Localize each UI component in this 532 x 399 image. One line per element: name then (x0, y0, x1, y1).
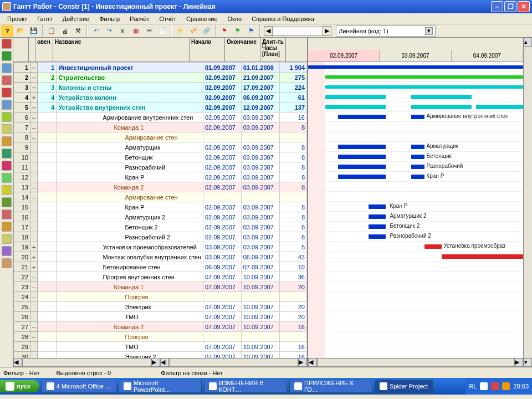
table-row[interactable]: 24–Прогрев (14, 292, 307, 302)
hdr-duration[interactable]: Длит-ть Часы [План] (260, 38, 286, 62)
sidebar-tool-7[interactable] (2, 124, 12, 134)
language-indicator[interactable]: RL (469, 383, 477, 390)
hdr-expander[interactable] (29, 38, 35, 62)
start-button[interactable]: пуск (0, 380, 39, 392)
gantt-row[interactable]: Бетонщик (308, 152, 523, 162)
gantt-bar[interactable] (308, 65, 523, 69)
hdr-start[interactable]: Начало (190, 38, 225, 62)
gantt-bar[interactable] (476, 105, 523, 109)
timeline-day[interactable]: 03.09.2007 (380, 50, 451, 62)
taskbar-app-button[interactable]: Spider Project (375, 380, 433, 393)
menu-Окно[interactable]: Окно (223, 14, 247, 23)
undo-icon[interactable]: ↶ (90, 25, 102, 37)
menu-Справка и Поддержка[interactable]: Справка и Поддержка (247, 14, 319, 23)
table-row[interactable]: 18Разнорабочий 202.09.200703.09.20078 (14, 232, 307, 242)
gantt-row[interactable] (308, 62, 523, 72)
gantt-row[interactable]: Разнорабочий 2 (308, 232, 523, 242)
gantt-bar[interactable] (338, 155, 385, 159)
gantt-row[interactable] (308, 262, 523, 272)
table-row[interactable]: 19+ Установка проемообразователей03.09.2… (14, 242, 307, 252)
sidebar-tool-12[interactable] (2, 185, 12, 195)
menu-Расчёт[interactable]: Расчёт (125, 14, 154, 23)
gantt-bar[interactable] (411, 105, 472, 109)
sidebar-tool-15[interactable] (2, 222, 12, 232)
gantt-bar[interactable] (325, 95, 386, 99)
copy-icon[interactable]: 📋 (45, 25, 58, 37)
table-row[interactable]: 23–Команда 107.09.200710.09.200720 (14, 282, 307, 292)
gantt-bar[interactable] (338, 175, 385, 179)
sidebar-tool-18[interactable] (2, 258, 12, 268)
gantt-bar[interactable] (369, 224, 386, 229)
table-row[interactable]: 25Электрик07.09.200710.09.200720 (14, 302, 307, 312)
tray-icon[interactable] (491, 382, 499, 390)
timeline-scroll[interactable]: ◀▶ (264, 26, 331, 36)
flag-red-icon[interactable]: ⚑ (218, 25, 231, 37)
gantt-bar[interactable] (325, 75, 523, 79)
table-row[interactable]: 28–Прогрев (14, 332, 307, 342)
taskbar-app-button[interactable]: ИЗМЕНЕНИЯ В КОНТ… (204, 380, 287, 393)
gantt-row[interactable] (308, 122, 523, 132)
gantt-row[interactable] (308, 311, 523, 321)
sidebar-tool-11[interactable] (2, 173, 12, 183)
link-icon[interactable]: 🔗 (201, 25, 213, 37)
table-row[interactable]: 21+Бетонирование стен06.09.200707.09.200… (14, 262, 307, 272)
open-icon[interactable]: 📂 (14, 25, 27, 37)
gantt-row[interactable] (308, 92, 523, 102)
table-row[interactable]: 29ТМО07.09.200710.09.200716 (14, 342, 307, 352)
excel-icon[interactable]: X (116, 25, 129, 37)
table-row[interactable]: 12Кран Р02.09.200703.09.20078 (14, 172, 307, 182)
vertical-scrollbar[interactable]: ▴▾ (523, 38, 532, 367)
menu-Действие[interactable]: Действие (58, 14, 94, 23)
table-row[interactable]: 13–Команда 202.09.200703.09.20078 (14, 182, 307, 192)
table-row[interactable]: 7–Команда 102.09.200703.09.20078 (14, 122, 307, 132)
sidebar-tool-8[interactable] (2, 136, 12, 146)
delete-row-icon[interactable]: ▦ (130, 25, 142, 37)
gantt-bar[interactable] (411, 95, 472, 99)
taskbar-app-button[interactable]: 4 Microsoft Office … (42, 380, 116, 393)
taskbar-app-button[interactable]: Microsoft PowerPoint… (119, 380, 202, 393)
gantt-row[interactable] (308, 182, 523, 192)
paste-icon[interactable]: 📄 (156, 25, 168, 37)
hdr-level[interactable]: овен (35, 38, 53, 62)
gantt-body[interactable]: Армирование внутреннних стенАрматурщикБе… (308, 62, 523, 358)
gantt-bar[interactable] (338, 165, 385, 169)
gantt-row[interactable]: Кран Р (308, 202, 523, 212)
gantt-row[interactable] (308, 351, 523, 358)
gantt-bar[interactable] (411, 165, 424, 169)
menu-Проект[interactable]: Проект (2, 14, 32, 23)
sidebar-tool-13[interactable] (2, 197, 12, 207)
table-row[interactable]: 15Кран Р02.09.200703.09.20078 (14, 202, 307, 212)
table-row[interactable]: 26ТМО07.09.200710.09.200720 (14, 312, 307, 322)
sidebar-tool-14[interactable] (2, 209, 12, 219)
gantt-row[interactable] (308, 272, 523, 282)
sidebar-tool-9[interactable] (2, 149, 12, 158)
sidebar-tool-17[interactable] (2, 246, 12, 256)
table-row[interactable]: 4+4Устройство колонн02.09.200706.09.2007… (14, 93, 307, 103)
gantt-row[interactable] (308, 132, 523, 142)
table-row[interactable]: 5–4Устройство внутренних стен02.09.20071… (14, 103, 307, 112)
gantt-row[interactable] (308, 301, 523, 311)
timeline-day[interactable]: 02.09.2007 (308, 50, 380, 62)
grid-body[interactable]: 1–1Инвестиционный проект01.09.200701.01.… (13, 62, 307, 358)
sidebar-tool-4[interactable] (2, 88, 12, 98)
sidebar-tool-10[interactable] (2, 161, 12, 171)
sidebar-tool-5[interactable] (2, 100, 12, 110)
gantt-bar[interactable] (411, 175, 424, 179)
table-row[interactable]: 3–3Колонны и стены02.09.200717.09.200722… (14, 83, 307, 93)
gantt-bar[interactable] (369, 234, 386, 239)
gantt-row[interactable] (308, 282, 523, 291)
hdr-name[interactable]: Название (53, 38, 190, 62)
sidebar-tool-0[interactable] (2, 39, 12, 49)
gantt-hscroll[interactable]: ◀▶ (308, 358, 523, 367)
table-row[interactable]: 1–1Инвестиционный проект01.09.200701.01.… (14, 63, 307, 73)
gantt-row[interactable] (308, 82, 523, 92)
table-row[interactable]: 22–Прогрев внутренних стен07.09.200710.0… (14, 272, 307, 282)
gantt-row[interactable]: Арматурщик (308, 142, 523, 152)
sidebar-tool-1[interactable] (2, 51, 12, 61)
table-row[interactable]: 20+Монтаж опалубки внутренних стен03.09.… (14, 252, 307, 262)
person-icon[interactable]: ☍ (187, 25, 200, 37)
menu-Фильтр[interactable]: Фильтр (94, 14, 125, 23)
gantt-bar[interactable] (369, 204, 386, 209)
sidebar-tool-3[interactable] (2, 75, 12, 85)
redo-icon[interactable]: ↷ (103, 25, 115, 37)
